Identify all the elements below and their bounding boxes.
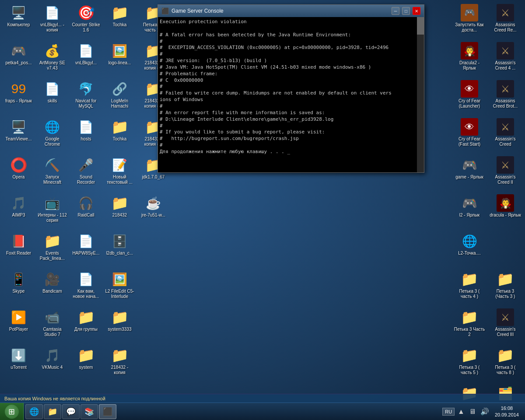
- image-icon: 🖼️: [111, 42, 129, 60]
- icon-zapustit[interactable]: 🎮 Запустить Как доста...: [452, 2, 487, 39]
- game-icon: 🎮: [10, 42, 28, 60]
- icon-foxit[interactable]: 📕 Foxit Reader: [2, 231, 35, 268]
- console-scrollbar-thumb[interactable]: [417, 17, 424, 35]
- assassins-creed2-icon: ⚔: [497, 156, 514, 174]
- icon-label: l2db_clan_c...: [106, 251, 133, 256]
- start-button[interactable]: ⊞: [0, 403, 24, 420]
- icon-artmoney[interactable]: 💰 ArtMoney SE v7.43: [36, 40, 69, 77]
- taskbar-browser-button[interactable]: 🌐: [25, 404, 43, 419]
- icon-petka3-5[interactable]: 📁 Петька 3 ( часть 5 ): [452, 345, 487, 382]
- icon-kakvas[interactable]: 📄 Как вам, новое нача...: [70, 269, 102, 306]
- icon-hapw8[interactable]: 📄 HAPW8SyE...: [70, 231, 102, 268]
- icon-jre[interactable]: ☕ jre-7u51-w...: [137, 192, 170, 230]
- console-app-icon: ⬛: [161, 7, 169, 14]
- icon-dracula2[interactable]: 🧛 Dracula2 - Ярлык: [452, 40, 487, 77]
- icon-label: Assassin's Creed III: [490, 327, 521, 337]
- icon-vnlbk1[interactable]: 📄 vnLBkgyl... - копия: [36, 2, 69, 39]
- icon-system[interactable]: 📁 system: [70, 345, 102, 382]
- console-scrollbar[interactable]: [417, 17, 424, 172]
- icon-label: Events Pack_linea...: [38, 251, 67, 261]
- icon-assassins2[interactable]: ⚔ Assassin's Creed II: [488, 154, 523, 192]
- taskbar-terminal-button[interactable]: ⬛: [99, 404, 116, 419]
- icon-label: logo-linea...: [108, 60, 131, 66]
- icon-minecraft[interactable]: ⛏️ Запуск Minecraft: [36, 154, 69, 192]
- close-button[interactable]: ✕: [413, 7, 420, 15]
- icon-logmein[interactable]: 🔗 LogMeIn Hamachi: [103, 78, 136, 116]
- minimize-button[interactable]: ─: [392, 7, 399, 15]
- console-body: Execution protection violation # A fatal…: [158, 17, 424, 172]
- icon-logo-linea[interactable]: 🖼️ logo-linea...: [103, 40, 136, 77]
- icon-assassins-creed[interactable]: ⚔ Assassin's Creed: [488, 116, 523, 154]
- icon-events[interactable]: 📁 Events Pack_linea...: [36, 231, 69, 268]
- icon-petka3-4[interactable]: 📁 Петька 3 ( часть 4 ): [452, 269, 487, 306]
- tray-expand-icon[interactable]: ▲: [456, 407, 466, 416]
- icon-petka3-8[interactable]: 📁 Петька 3 ( часть 8 ): [488, 345, 523, 382]
- icon-hosts[interactable]: 📄 hosts: [70, 116, 102, 154]
- icon-navicat[interactable]: 🐬 Navicat for MySQL: [70, 78, 102, 116]
- icon-interni[interactable]: 📺 Интерны - 112 серия: [36, 192, 69, 230]
- icon-bandicam[interactable]: 🎥 Bandicam: [36, 269, 69, 306]
- icon-vkmusic[interactable]: 🎵 VKMusic 4: [36, 345, 69, 382]
- icon-chrome[interactable]: 🌐 Google Chrome: [36, 116, 69, 154]
- icon-218432k[interactable]: 📁 218432 - копия: [103, 345, 136, 382]
- icon-l2tochka[interactable]: 🌐 L2-Точка....: [452, 231, 487, 268]
- utorrent-icon: ⬇️: [10, 346, 28, 364]
- tray-clock[interactable]: 16:08 20.09.2014: [492, 405, 522, 418]
- icon-cryoffear-fast[interactable]: 👁 Cry of Fear (Fast Start): [452, 116, 487, 154]
- icon-raidcall[interactable]: 🎧 RaidCall: [70, 192, 102, 230]
- icon-tochka2[interactable]: 📁 Tochka: [103, 116, 136, 154]
- tray-display-icon[interactable]: 🖥: [468, 407, 477, 416]
- tray-volume-icon[interactable]: 🔊: [479, 406, 490, 416]
- taskbar-library-button[interactable]: 📚: [80, 404, 98, 419]
- icon-label: dracula - Ярлык: [490, 213, 521, 218]
- icon-assassins3[interactable]: ⚔ Assassin's Creed III: [488, 307, 523, 344]
- icon-petka4pos[interactable]: 🎮 petka4_pos...: [2, 40, 35, 77]
- icon-utorrent[interactable]: ⬇️ uTorrent: [2, 345, 35, 382]
- taskbar-skype-button[interactable]: 💬: [62, 404, 80, 419]
- icon-label: Assassins Creed Brot...: [490, 98, 521, 109]
- icon-assassins4[interactable]: ⚔ Assassin's Creed 4 ...: [488, 40, 523, 77]
- dracula-icon: 🧛: [461, 42, 478, 60]
- icon-soundrecorder[interactable]: 🎤 Sound Recorder: [70, 154, 102, 192]
- icon-dracula-yarlyk[interactable]: 🧛 dracula - Ярлык: [488, 192, 523, 230]
- icon-label: 218432 - копия: [105, 365, 134, 375]
- icon-aimp3[interactable]: 🎵 AIMP3: [2, 192, 35, 230]
- icon-218432[interactable]: 📁 218432: [103, 192, 136, 230]
- icon-petka3-2[interactable]: 📁 Петька 3 Часть 2: [452, 307, 487, 344]
- icon-camtasia[interactable]: 📹 Camtasia Studio 7: [36, 307, 69, 344]
- icon-counter[interactable]: 🎯 Counter Strike 1.6: [70, 2, 102, 39]
- folder-icon: 📁: [111, 194, 129, 212]
- icon-assassins-re[interactable]: ⚔ Assassins Creed Re...: [488, 2, 523, 39]
- icon-label: Counter Strike 1.6: [71, 22, 101, 33]
- taskbar-explorer-button[interactable]: 📁: [44, 404, 61, 419]
- icon-label: Интерны - 112 серия: [38, 213, 67, 223]
- icon-assassins-brot[interactable]: ⚔ Assassins Creed Brot...: [488, 78, 523, 116]
- icon-potplayer[interactable]: ▶️ PotPlayer: [2, 307, 35, 344]
- icon-dlya[interactable]: 📁 Для группы: [70, 307, 102, 344]
- maximize-button[interactable]: □: [402, 7, 410, 15]
- l2-yarlyk-icon: 🎮: [461, 194, 478, 212]
- icon-game-yarlyk[interactable]: 🎮 game - Ярлык: [452, 154, 487, 192]
- icon-label: 218432: [112, 213, 127, 218]
- icon-teamviewer[interactable]: 🖥️ TeamViewe...: [2, 116, 35, 154]
- icon-skills[interactable]: 📄 skills: [36, 78, 69, 116]
- tray-language[interactable]: RU: [442, 408, 455, 416]
- icon-label: vnLBkgyl...: [75, 60, 97, 66]
- icon-cryoffear[interactable]: 👁 Cry of Fear (Launcher): [452, 78, 487, 116]
- icon-fraps[interactable]: 99 fraps - Ярлык: [2, 78, 35, 116]
- icon-petka3-3[interactable]: 📁 Петька 3 (Часть 3 ): [488, 269, 523, 306]
- icon-computer[interactable]: 🖥️ Компьютер: [2, 2, 35, 39]
- icon-tochka1[interactable]: 📁 Tochka: [103, 2, 136, 39]
- navicat-icon: 🐬: [77, 80, 95, 98]
- icon-vnlbk2[interactable]: 📄 vnLBkgyl...: [70, 40, 102, 77]
- icon-system3333[interactable]: 📁 system3333: [103, 307, 136, 344]
- icon-l2db[interactable]: 🗄️ l2db_clan_c...: [103, 231, 136, 268]
- icon-notepad[interactable]: 📝 Новый текстовый ...: [103, 154, 136, 192]
- icon-opera[interactable]: ⭕ Opera: [2, 154, 35, 192]
- icon-label: Skype: [13, 289, 25, 294]
- folder-icon: 📁: [111, 346, 129, 364]
- pdf-icon: 📕: [10, 232, 28, 250]
- icon-skype[interactable]: 📱 Skype: [2, 269, 35, 306]
- icon-l2-yarlyk[interactable]: 🎮 l2 - Ярлык: [452, 192, 487, 230]
- icon-l2fileedit[interactable]: 🖼️ L2 FileEdit C5-Interlude: [103, 269, 136, 306]
